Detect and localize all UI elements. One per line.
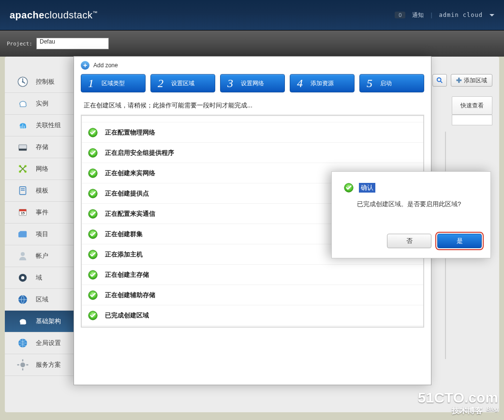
task-row: 正在创建辅助存储 [82,285,423,305]
task-label: 正在创建提供点 [105,189,149,198]
task-label: 正在创建主存储 [105,270,149,279]
content-toolbar: ✚ 添加区域 [432,74,492,87]
search-button[interactable] [432,74,447,87]
check-circle-icon [88,188,98,199]
confirm-buttons: 否 是 [387,234,482,248]
step-number: 1 [88,77,94,90]
sidebar-icon [16,337,29,349]
sidebar-item-label: 域 [36,273,42,282]
sidebar-icon [16,119,29,132]
task-label: 正在创建来宾网络 [105,169,155,178]
step-number: 2 [158,77,163,90]
check-circle-icon [88,209,98,219]
task-label: 已完成创建区域 [105,311,149,320]
wizard-step-4[interactable]: 4添加资源 [290,74,355,92]
sidebar-item-label: 模板 [36,186,48,195]
task-label: 正在创建辅助存储 [105,291,155,300]
sidebar-item-label: 全局设置 [36,339,61,347]
task-row: 已完成创建区域 [82,305,423,326]
check-circle-icon [88,148,98,158]
header-right: 0 通知 | admin cloud [395,11,494,19]
sidebar-icon [16,315,29,328]
add-zone-button[interactable]: ✚ 添加区域 [451,74,492,87]
wizard-step-1[interactable]: 1区域类型 [81,74,146,92]
sidebar-icon [16,359,29,371]
step-number: 5 [367,77,372,90]
check-circle-icon [88,229,98,240]
sidebar-icon [16,184,29,197]
sidebar-item-label: 区域 [36,295,48,304]
wizard-message: 正在创建区域，请稍候；此操作可能需要一段时间才能完成... [74,92,431,115]
notification-count-badge[interactable]: 0 [395,12,405,18]
project-selector[interactable]: Defau [36,38,109,49]
task-row: 正在配置物理网络 [82,122,423,143]
task-label: 正在创建群集 [105,230,143,239]
svg-rect-20 [22,360,23,361]
step-label: 设置区域 [171,79,194,88]
svg-rect-10 [21,190,25,191]
step-label: 添加资源 [311,79,334,88]
task-row [82,116,423,122]
svg-point-1 [22,81,23,82]
notification-label[interactable]: 通知 [412,11,424,19]
sidebar-item-label: 服务方案 [36,360,61,369]
app-logo: apachecloudstack™ [10,10,98,21]
yes-button[interactable]: 是 [437,234,482,248]
sidebar-item-label: 基础架构 [36,317,61,326]
confirm-title: 确认 [359,183,375,193]
quick-view-cell [452,115,492,125]
no-button[interactable]: 否 [387,234,431,248]
step-label: 设置网络 [241,79,264,88]
sidebar-icon: 15 [16,206,29,219]
task-label: 正在添加主机 [105,250,143,259]
sidebar-icon [16,271,29,284]
add-zone-label: 添加区域 [464,76,487,85]
confirm-dialog: 确认 已完成创建区域。是否要启用此区域? 否 是 [331,171,491,258]
task-row: 正在启用安全组提供程序 [82,143,423,163]
sidebar-icon [16,75,29,88]
step-label: 启动 [380,79,392,88]
sidebar-item-label: 存储 [36,143,48,151]
search-icon [436,77,443,84]
check-circle-icon [88,310,98,321]
user-menu[interactable]: admin cloud [439,12,483,18]
svg-text:15: 15 [21,211,25,215]
svg-point-24 [437,78,441,82]
sidebar-icon [16,293,29,306]
quick-view-header[interactable]: 快速查看 [452,96,492,115]
sidebar-item-label: 项目 [36,230,48,239]
app-header: apachecloudstack™ 0 通知 | admin cloud [0,0,504,30]
svg-point-19 [20,362,25,367]
wizard-step-3[interactable]: 3设置网络 [220,74,285,92]
sidebar-item-label: 网络 [36,165,48,173]
sidebar-icon [16,228,29,240]
svg-rect-23 [26,364,28,365]
svg-line-25 [441,81,443,83]
sidebar-item-label: 实例 [36,99,48,108]
sidebar-icon [16,97,29,110]
step-number: 3 [227,77,233,90]
watermark-blog: Blog [487,406,498,412]
sidebar-item-label: 事件 [36,208,48,217]
chevron-down-icon[interactable] [489,14,494,16]
check-circle-icon [88,270,98,280]
sidebar-icon [16,250,29,262]
wizard-step-5[interactable]: 5启动 [359,74,424,92]
plus-icon: ✚ [456,76,462,84]
task-row: 正在创建主存储 [82,265,423,285]
wizard-header: + Add zone [74,57,431,74]
check-circle-icon [88,168,98,179]
check-circle-icon [88,127,98,138]
watermark: 51CTO.com 技术博客 Blog [418,390,498,416]
separator: | [430,12,432,18]
check-circle-icon [343,182,354,193]
svg-point-16 [21,276,25,280]
sidebar-icon [16,141,29,153]
svg-rect-21 [22,368,23,370]
wizard-step-2[interactable]: 2设置区域 [150,74,215,92]
project-label: Project: [7,41,32,47]
add-icon: + [81,61,89,70]
sidebar-item-label: 控制板 [36,77,55,86]
svg-rect-3 [19,149,27,150]
sidebar-item-label: 帐户 [36,252,48,260]
